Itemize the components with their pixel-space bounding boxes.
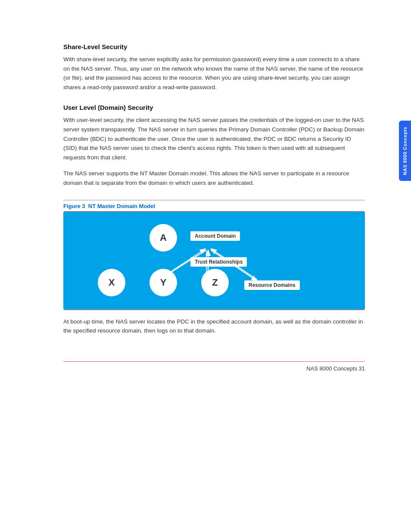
label-trust-relationships: Trust Relationships: [190, 257, 247, 267]
after-figure-body: At boot-up time, the NAS server locates …: [63, 317, 365, 336]
side-tab-label: NAS 8000 Concepts: [402, 127, 408, 175]
side-tab: NAS 8000 Concepts: [399, 121, 411, 181]
user-level-body1: With user-level security, the client acc…: [63, 115, 365, 162]
circle-z: Z: [201, 269, 229, 296]
label-resource-domains: Resource Domains: [244, 280, 300, 290]
page-content: Share-Level Security With share-level se…: [12, 0, 399, 532]
user-level-body2: The NAS server supports the NT Master Do…: [63, 169, 365, 187]
user-level-title: User Level (Domain) Security: [63, 104, 365, 111]
circle-y: Y: [149, 269, 177, 296]
circle-x: X: [98, 269, 125, 296]
share-level-title: Share-Level Security: [63, 43, 365, 50]
share-level-section: Share-Level Security With share-level se…: [63, 43, 365, 92]
figure-label: Figure 3 NT Master Domain Model: [63, 200, 365, 209]
share-level-body: With share-level security, the server ex…: [63, 55, 365, 92]
figure-container: A X Y Z Account Domain Trust Relationshi…: [63, 211, 365, 310]
label-account-domain: Account Domain: [190, 231, 240, 241]
circle-a: A: [149, 224, 177, 252]
footer: NAS 8000 Concepts 31: [63, 361, 365, 372]
page-wrapper: NAS 8000 Concepts Share-Level Security W…: [0, 0, 411, 532]
user-level-section: User Level (Domain) Security With user-l…: [63, 104, 365, 187]
footer-right: NAS 8000 Concepts 31: [306, 365, 365, 372]
after-figure-section: At boot-up time, the NAS server locates …: [63, 317, 365, 336]
